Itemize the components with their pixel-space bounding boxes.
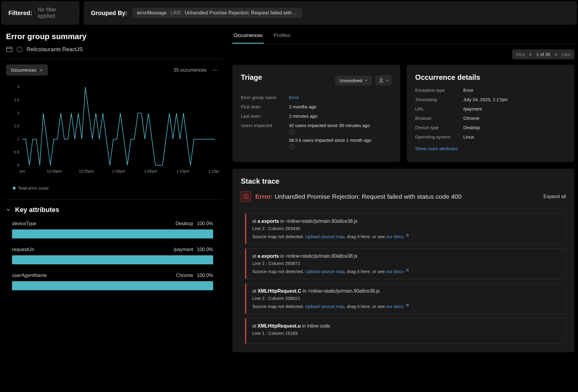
docs-link[interactable]: our docs (386, 304, 409, 309)
kv-value: Desktop (463, 125, 566, 130)
chip-field: errorMessage (137, 10, 167, 15)
help-icon[interactable]: ? (289, 129, 294, 135)
show-more-attributes[interactable]: Show more attributes (415, 146, 458, 151)
legend-dot (13, 187, 16, 190)
attr-value: Chrome100.0% (176, 273, 213, 278)
error-group-link[interactable]: Error (289, 95, 392, 100)
svg-text:pm: pm (20, 169, 25, 173)
key-attributes-title: Key attributes (15, 206, 59, 214)
external-link-icon (405, 304, 409, 308)
attribute-block: deviceTypeDesktop100.0% (6, 221, 219, 238)
attribute-block: userAgentNameChrome100.0% (6, 273, 219, 290)
frame-location: at e.exports in <inline>static/js/main.9… (252, 254, 560, 259)
upload-source-map-link[interactable]: Upload source map (305, 269, 344, 274)
attribute-block: requestUri/payment100.0% (6, 247, 219, 264)
frame-source-hint: Source map not detected. Upload source m… (252, 234, 560, 239)
stack-frame[interactable]: at XMLHttpRequest.C in <inline>static/js… (245, 283, 566, 314)
docs-link[interactable]: our docs (386, 269, 409, 274)
page-next[interactable] (555, 53, 558, 56)
kv-value: July 24, 2023, 1:17pm (463, 97, 566, 102)
legend-label: Total error count (18, 186, 48, 191)
attr-bar (12, 255, 213, 264)
chip-op: LIKE (170, 10, 181, 15)
svg-text:1:00pm: 1:00pm (112, 169, 125, 173)
tab-occurrences[interactable]: Occurrences (232, 28, 264, 44)
kv-value: Error (463, 88, 566, 93)
attr-bar (12, 229, 213, 238)
pagination: First 1 of 35 Last (512, 49, 574, 59)
attr-name: requestUri (12, 247, 34, 252)
kv-label: Operating system (415, 134, 463, 139)
kv-value: 2 minutes ago (289, 114, 392, 119)
frame-source-hint: Source map not detected. Upload source m… (252, 304, 560, 309)
filtered-value: No filter applied (38, 7, 72, 19)
svg-text:1:10pm: 1:10pm (176, 169, 189, 173)
kv-label: Exception type (415, 88, 463, 93)
assign-user-button[interactable] (375, 75, 392, 86)
attr-name: userAgentName (12, 273, 47, 278)
occurrences-dropdown[interactable]: Occurrences (6, 64, 48, 76)
error-icon (241, 191, 251, 202)
app-name[interactable]: Relicstaurants ReactJS (26, 46, 83, 53)
svg-text:1:15pm: 1:15pm (208, 169, 219, 173)
occurrences-chart: 00.511.522.53pm12:50pm12:55pm1:00pm1:05p… (4, 81, 222, 183)
details-card: Occurrence details Exception typeError T… (407, 65, 574, 162)
frame-line-col: Line 2 : Column 265872 (252, 261, 560, 266)
help-icon[interactable]: ? (289, 144, 294, 149)
svg-text:1.5: 1.5 (14, 124, 19, 128)
svg-point-17 (380, 79, 382, 81)
tab-profiles[interactable]: Profiles (272, 28, 292, 44)
stack-frame[interactable]: at e.exports in <inline>static/js/main.9… (245, 248, 566, 279)
chevron-down-icon (365, 79, 368, 82)
svg-text:0.5: 0.5 (14, 150, 19, 154)
collapse-toggle[interactable] (6, 207, 11, 212)
expand-all-button[interactable]: Expand all (543, 194, 566, 199)
svg-text:1: 1 (17, 137, 19, 141)
kv-value: 2 months ago (289, 104, 392, 109)
docs-link[interactable]: our docs (386, 234, 409, 239)
upload-source-map-link[interactable]: Upload source map (305, 234, 344, 239)
kv-label: Device type (415, 125, 463, 130)
page-first[interactable]: First (516, 52, 525, 57)
kv-value: Linux (463, 134, 566, 139)
more-menu[interactable]: ⋯ (212, 66, 219, 74)
frame-line-col: Line 2 : Column 258021 (252, 296, 560, 301)
stack-frame[interactable]: at e.exports in <inline>static/js/main.9… (245, 213, 566, 244)
browser-icon (6, 46, 13, 53)
user-icon (378, 78, 384, 83)
page-last[interactable]: Last (562, 52, 570, 57)
filter-status: Filtered: No filter applied (1, 1, 79, 25)
stack-title: Stack trace (241, 177, 566, 185)
kv-value: /payment (463, 106, 566, 111)
svg-text:2: 2 (17, 111, 19, 115)
kv-label: Timestamp (415, 97, 463, 102)
grouped-chip[interactable]: errorMessage LIKE Unhandled Promise Reje… (133, 8, 302, 18)
kv-label: First seen (241, 104, 289, 109)
summary-title: Error group summary (6, 32, 222, 41)
chevron-down-icon (386, 79, 389, 82)
kv-value: 42 users impacted since 30 minutes ago ?… (289, 123, 392, 149)
frame-line-col: Line 2 : Column 263430 (252, 226, 560, 231)
stack-error-text: Error: Unhandled Promise Rejection: Requ… (255, 193, 461, 200)
svg-text:3: 3 (17, 85, 19, 89)
kv-value: Chrome (463, 116, 566, 121)
kv-label: URL (415, 106, 463, 111)
attr-value: /payment100.0% (173, 247, 213, 252)
hex-icon (16, 46, 23, 53)
grouped-label: Grouped By: (91, 10, 127, 17)
upload-source-map-link[interactable]: Upload source map (305, 304, 344, 309)
frame-source-hint: Source map not detected. Upload source m… (252, 269, 560, 274)
triage-card: Triage Unresolved Error group nameError … (232, 65, 400, 162)
kv-label: Error group name (241, 95, 289, 100)
external-link-icon (405, 269, 409, 273)
frame-location: at XMLHttpRequest.u in inline code (252, 323, 560, 329)
stack-frame[interactable]: at XMLHttpRequest.u in inline codeLine 1… (245, 318, 566, 344)
page-prev[interactable] (529, 53, 532, 56)
stack-trace-card: Stack trace Error: Unhandled Promise Rej… (232, 169, 574, 352)
status-dropdown[interactable]: Unresolved (335, 76, 372, 86)
kv-label: Last seen (241, 114, 289, 119)
svg-text:12:50pm: 12:50pm (47, 169, 62, 173)
svg-text:12:55pm: 12:55pm (79, 169, 94, 173)
page-position: 1 of 35 (536, 52, 550, 57)
frame-location: at e.exports in <inline>static/js/main.9… (252, 219, 560, 224)
